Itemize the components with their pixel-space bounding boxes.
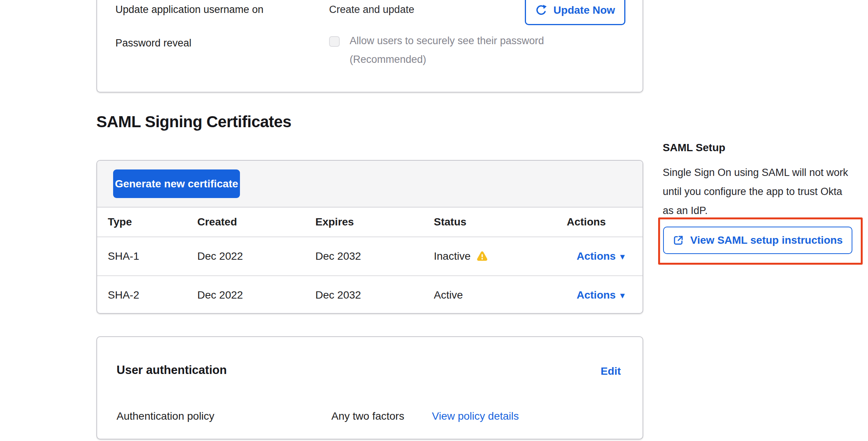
cert-expires: Dec 2032	[315, 289, 361, 301]
status-text: Inactive	[434, 250, 471, 262]
signon-settings-panel: Update application username on Create an…	[96, 0, 643, 93]
col-header-created: Created	[197, 216, 237, 228]
update-now-button[interactable]: Update Now	[525, 0, 625, 25]
cert-type: SHA-2	[108, 289, 139, 301]
warning-icon	[476, 250, 488, 262]
saml-setup-heading: SAML Setup	[663, 142, 725, 154]
external-link-icon	[673, 235, 684, 246]
col-header-type: Type	[108, 216, 132, 228]
username-update-value: Create and update	[329, 4, 414, 16]
refresh-icon	[535, 4, 547, 16]
password-reveal-checkbox-text: Allow users to securely see their passwo…	[350, 32, 578, 69]
col-header-expires: Expires	[315, 216, 354, 228]
update-now-label: Update Now	[553, 4, 615, 16]
certificates-panel: Generate new certificate Type Created Ex…	[96, 160, 643, 314]
saml-setup-description: Single Sign On using SAML will not work …	[663, 163, 849, 220]
cert-status: Inactive	[434, 250, 488, 262]
certificates-toolbar: Generate new certificate	[97, 161, 643, 208]
edit-link[interactable]: Edit	[601, 365, 621, 377]
col-header-actions: Actions	[567, 216, 606, 228]
table-row: SHA-2 Dec 2022 Dec 2032 Active Actions ▾	[97, 275, 643, 314]
certificates-table: Type Created Expires Status Actions SHA-…	[97, 208, 643, 314]
saml-certificates-heading: SAML Signing Certificates	[96, 113, 291, 131]
view-policy-details-link[interactable]: View policy details	[432, 410, 519, 422]
actions-label: Actions	[577, 289, 616, 301]
cert-expires: Dec 2032	[315, 250, 361, 262]
password-reveal-label: Password reveal	[115, 37, 192, 49]
chevron-down-icon: ▾	[620, 291, 625, 300]
status-text: Active	[434, 289, 463, 301]
col-header-status: Status	[434, 216, 467, 228]
username-update-label: Update application username on	[115, 4, 264, 16]
user-authentication-heading: User authentication	[117, 363, 227, 377]
page: Update application username on Create an…	[0, 0, 868, 441]
actions-dropdown[interactable]: Actions ▾	[577, 289, 625, 301]
cert-created: Dec 2022	[197, 250, 243, 262]
actions-dropdown[interactable]: Actions ▾	[577, 250, 625, 262]
table-header-row: Type Created Expires Status Actions	[97, 208, 643, 236]
user-authentication-panel: User authentication Edit Authentication …	[96, 336, 643, 439]
cert-type: SHA-1	[108, 250, 139, 262]
authentication-policy-value: Any two factors	[331, 410, 404, 422]
cert-created: Dec 2022	[197, 289, 243, 301]
password-reveal-checkbox[interactable]	[329, 36, 340, 47]
view-saml-setup-instructions-button[interactable]: View SAML setup instructions	[663, 227, 852, 254]
chevron-down-icon: ▾	[620, 252, 625, 262]
cert-status: Active	[434, 289, 463, 301]
authentication-policy-label: Authentication policy	[117, 410, 214, 422]
generate-certificate-button[interactable]: Generate new certificate	[113, 169, 240, 198]
table-row: SHA-1 Dec 2022 Dec 2032 Inactive Actions	[97, 236, 643, 275]
actions-label: Actions	[577, 250, 616, 262]
view-saml-setup-instructions-label: View SAML setup instructions	[690, 234, 842, 246]
